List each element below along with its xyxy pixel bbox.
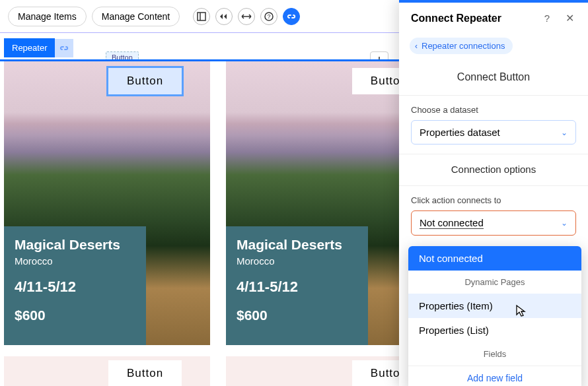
click-action-value: Not connected [420, 217, 484, 229]
card-subtitle: Morocco [15, 255, 135, 267]
repeater-chip: Repeater [4, 38, 73, 57]
manage-items-button[interactable]: Manage Items [8, 7, 87, 26]
add-new-field-button[interactable]: Add new field [408, 366, 581, 386]
help-icon[interactable]: ? [540, 13, 554, 24]
card-price: $600 [237, 307, 357, 323]
panel-title: Connect Repeater [411, 13, 540, 24]
dataset-field: Choose a dataset Properties dataset ⌄ [399, 96, 588, 150]
chevron-left-icon: ‹ [415, 42, 418, 51]
card-info: Magical Deserts Morocco 4/11-5/12 $600 [226, 226, 368, 345]
repeater-label[interactable]: Repeater [4, 38, 55, 57]
dropdown-option-not-connected[interactable]: Not connected [408, 246, 581, 271]
dropdown-option-properties-item[interactable]: Properties (Item) [408, 294, 581, 318]
help-icon[interactable]: ? [260, 8, 277, 25]
click-action-label: Click action connects to [411, 195, 576, 205]
click-action-select[interactable]: Not connected ⌄ [411, 210, 576, 236]
repeater-connect-icon[interactable] [55, 39, 73, 57]
animation-icon[interactable] [215, 8, 233, 25]
card-subtitle: Morocco [237, 255, 357, 267]
connect-panel: Connect Repeater ? ✕ ‹ Repeater connecti… [399, 0, 588, 386]
stretch-icon[interactable] [238, 8, 255, 25]
card-title: Magical Deserts [15, 237, 135, 253]
dataset-label: Choose a dataset [411, 105, 576, 115]
dropdown-group-fields: Fields [408, 342, 581, 366]
svg-rect-0 [198, 13, 205, 20]
card-price: $600 [15, 307, 135, 323]
connect-data-icon[interactable] [283, 8, 300, 25]
card-dates: 4/11-5/12 [237, 278, 357, 296]
back-chip[interactable]: ‹ Repeater connections [410, 38, 513, 54]
manage-content-button[interactable]: Manage Content [92, 7, 180, 26]
dataset-select[interactable]: Properties dataset ⌄ [411, 120, 576, 145]
chevron-down-icon: ⌄ [561, 128, 568, 137]
card-button[interactable]: Button [108, 68, 182, 94]
chevron-down-icon: ⌄ [561, 218, 568, 228]
card-dates: 4/11-5/12 [15, 278, 135, 296]
card-title: Magical Deserts [237, 237, 357, 253]
panel-header: Connect Repeater ? ✕ [399, 3, 588, 32]
dataset-value: Properties dataset [420, 127, 500, 138]
section-connect-button: Connect Button [399, 63, 588, 96]
section-connection-options: Connection options [399, 154, 588, 186]
click-action-field: Click action connects to Not connected ⌄ [399, 186, 588, 241]
card-button[interactable]: Button [108, 360, 182, 386]
svg-text:?: ? [268, 13, 271, 20]
repeater-item[interactable]: Button [4, 356, 210, 386]
close-icon[interactable]: ✕ [563, 12, 576, 24]
dropdown-group-dynamic-pages: Dynamic Pages [408, 271, 581, 294]
cursor-icon [515, 304, 527, 319]
layout-icon[interactable] [193, 8, 210, 25]
click-action-dropdown: Not connected Dynamic Pages Properties (… [408, 246, 581, 386]
repeater-item[interactable]: Button Magical Deserts Morocco 4/11-5/12… [4, 61, 210, 345]
dropdown-option-properties-list[interactable]: Properties (List) [408, 318, 581, 342]
card-info: Magical Deserts Morocco 4/11-5/12 $600 [4, 226, 146, 345]
back-label: Repeater connections [422, 41, 505, 51]
